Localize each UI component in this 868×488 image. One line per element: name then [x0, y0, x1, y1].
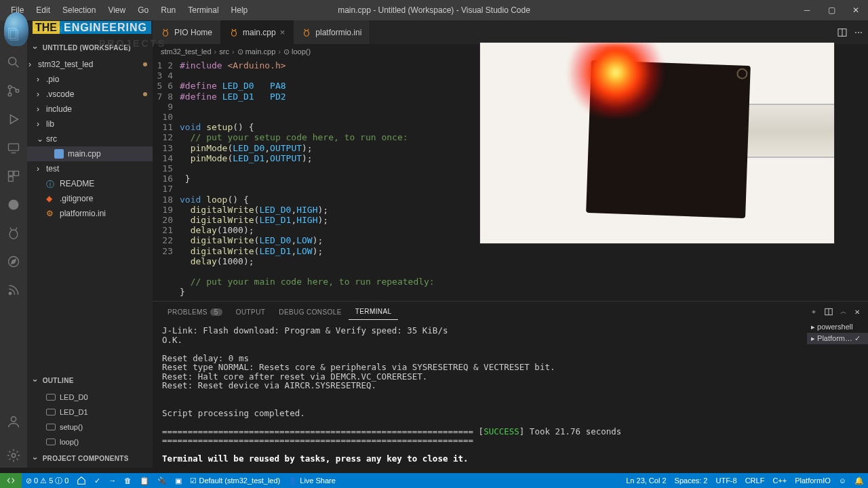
- project-components-section[interactable]: PROJECT COMPONENTS: [27, 449, 153, 468]
- panel-tab-problems[interactable]: PROBLEMS5: [161, 304, 229, 320]
- tree-src[interactable]: ⌄src: [27, 131, 153, 146]
- panel-tab-output[interactable]: OUTPUT: [229, 304, 273, 320]
- encoding[interactable]: UTF-8: [711, 473, 741, 488]
- menu-terminal[interactable]: Terminal: [182, 3, 224, 18]
- outline-section[interactable]: OUTLINE: [27, 371, 153, 390]
- status-errors[interactable]: ⊘0 ⚠5 ⓘ 0: [22, 473, 73, 488]
- svg-point-20: [11, 417, 16, 422]
- pio-clean-button[interactable]: 🗑: [120, 473, 136, 488]
- svg-point-21: [12, 453, 16, 458]
- outline-loop[interactable]: loop(): [27, 434, 153, 449]
- svg-point-14: [9, 230, 18, 239]
- svg-line-24: [167, 28, 167, 30]
- indentation[interactable]: Spaces: 2: [671, 473, 712, 488]
- menu-file[interactable]: File: [5, 3, 29, 18]
- menu-run[interactable]: Run: [155, 3, 181, 18]
- close-tab-icon[interactable]: ×: [280, 27, 285, 37]
- close-panel-icon[interactable]: ✕: [854, 308, 860, 316]
- compass-icon[interactable]: [5, 253, 22, 270]
- new-terminal-icon[interactable]: ＋: [810, 307, 817, 317]
- maximize-panel-icon[interactable]: ︿: [840, 307, 847, 317]
- svg-point-22: [163, 30, 168, 36]
- menu-edit[interactable]: Edit: [31, 3, 56, 18]
- open-editors-section[interactable]: OPEN EDITORS: [27, 20, 153, 39]
- pio-terminal-button[interactable]: ▣: [171, 473, 186, 488]
- file-tree: ›stm32_test_led›.pio›.vscode›include›lib…: [27, 57, 153, 371]
- menu-go[interactable]: Go: [132, 3, 154, 18]
- accounts-icon[interactable]: [5, 413, 22, 430]
- pio-home-button[interactable]: [73, 473, 90, 488]
- explorer-icon[interactable]: [5, 26, 22, 42]
- menu-bar: FileEditSelectionViewGoRunTerminalHelp: [5, 3, 253, 18]
- terminal-sessions: ▸ powershell▸ Platform… ✓: [807, 321, 868, 344]
- language-mode[interactable]: C++: [768, 473, 791, 488]
- pio-test-button[interactable]: 📋: [136, 473, 153, 488]
- tree--vscode[interactable]: ›.vscode: [27, 87, 153, 102]
- hardware-photo: [479, 42, 835, 244]
- extensions-icon[interactable]: [5, 168, 22, 184]
- notifications-icon[interactable]: 🔔: [850, 473, 868, 488]
- svg-point-25: [232, 30, 237, 36]
- svg-point-28: [304, 30, 309, 36]
- term-session-powershell[interactable]: ▸ powershell: [807, 321, 868, 333]
- outline-setup[interactable]: setup(): [27, 420, 153, 434]
- panel-tab-debug-console[interactable]: DEBUG CONSOLE: [272, 304, 348, 320]
- svg-marker-7: [10, 115, 18, 124]
- pio-upload-button[interactable]: →: [104, 473, 120, 488]
- tab-platformio-ini[interactable]: platformio.ini: [294, 20, 370, 44]
- led-glow: [568, 43, 663, 117]
- status-bar: ⊘0 ⚠5 ⓘ 0 ✓ → 🗑 📋 🔌 ▣ ☑ Default (stm32_t…: [0, 473, 868, 488]
- split-editor-icon[interactable]: [837, 27, 848, 38]
- menu-view[interactable]: View: [102, 3, 131, 18]
- menu-selection[interactable]: Selection: [57, 3, 101, 18]
- pio-build-button[interactable]: ✓: [90, 473, 104, 488]
- outline-LED_D1[interactable]: LED_D1: [27, 405, 153, 420]
- workspace-section[interactable]: UNTITLED (WORKSPACE): [27, 39, 153, 57]
- eol[interactable]: CRLF: [741, 473, 769, 488]
- outline-LED_D0[interactable]: LED_D0: [27, 390, 153, 405]
- remote-indicator[interactable]: [0, 473, 22, 488]
- tree-platformio-ini[interactable]: ⚙platformio.ini: [27, 206, 153, 221]
- tree-main-cpp[interactable]: main.cpp: [27, 146, 153, 161]
- close-button[interactable]: ✕: [844, 0, 868, 20]
- svg-line-23: [163, 28, 164, 30]
- run-debug-icon[interactable]: [5, 111, 22, 127]
- ribbon-cable: [739, 104, 834, 158]
- title-bar: FileEditSelectionViewGoRunTerminalHelp m…: [0, 0, 868, 20]
- menu-help[interactable]: Help: [226, 3, 254, 18]
- tree-test[interactable]: ›test: [27, 161, 153, 176]
- cursor-position[interactable]: Ln 23, Col 2: [622, 473, 670, 488]
- tree-include[interactable]: ›include: [27, 102, 153, 117]
- tree-stm32_test_led[interactable]: ›stm32_test_led: [27, 57, 153, 72]
- settings-gear-icon[interactable]: [5, 447, 22, 464]
- pio-env[interactable]: ☑ Default (stm32_test_led): [186, 473, 284, 488]
- feed-icon[interactable]: [5, 282, 22, 298]
- github-icon[interactable]: [5, 197, 22, 213]
- source-control-icon[interactable]: [5, 83, 22, 99]
- line-numbers: 1 2 3 4 5 6 7 8 9 10 11 12 13 14 15 16 1…: [153, 59, 180, 301]
- tree--gitignore[interactable]: ◆.gitignore: [27, 191, 153, 206]
- remote-explorer-icon[interactable]: [5, 140, 22, 156]
- tab-main-cpp[interactable]: main.cpp×: [221, 20, 294, 44]
- platformio-icon[interactable]: [5, 225, 22, 241]
- split-terminal-icon[interactable]: [824, 307, 833, 317]
- search-icon[interactable]: [5, 54, 22, 70]
- tree-lib[interactable]: ›lib: [27, 117, 153, 131]
- minimize-button[interactable]: ─: [795, 0, 819, 20]
- tab-pio-home[interactable]: PIO Home: [153, 20, 221, 44]
- pio-monitor-button[interactable]: 🔌: [153, 473, 171, 488]
- feedback-icon[interactable]: ☺: [835, 473, 850, 488]
- maximize-button[interactable]: ▢: [819, 0, 844, 20]
- panel-tab-terminal[interactable]: TERMINAL: [349, 304, 399, 320]
- term-session-Platform[interactable]: ▸ Platform… ✓: [807, 333, 868, 344]
- svg-line-30: [308, 28, 309, 30]
- live-share[interactable]: 👤 Live Share: [284, 473, 340, 488]
- terminal-output[interactable]: J-Link: Flash download: Program & Verify…: [153, 322, 868, 468]
- more-icon[interactable]: ⋯: [854, 28, 863, 37]
- platformio-status[interactable]: PlatformIO: [791, 473, 835, 488]
- svg-point-5: [8, 93, 12, 96]
- tree--pio[interactable]: ›.pio: [27, 72, 153, 87]
- svg-point-2: [9, 58, 16, 65]
- tree-README[interactable]: ⓘREADME: [27, 176, 153, 191]
- activity-bar: [0, 20, 27, 468]
